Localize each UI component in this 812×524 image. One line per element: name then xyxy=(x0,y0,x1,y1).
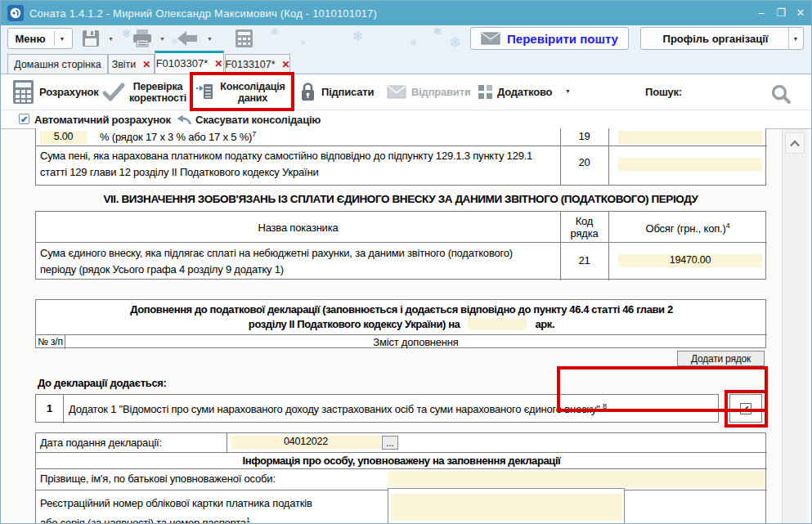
menu-button-label: Меню xyxy=(16,33,46,45)
cancel-consolidation-button[interactable]: Скасувати консолідацію xyxy=(195,114,321,126)
tab-close-icon[interactable]: ✕ xyxy=(142,59,150,70)
check-mail-button[interactable]: Перевірити пошту xyxy=(470,27,629,50)
supplement-header-line1: Доповнення до податкової декларації (зап… xyxy=(36,303,767,316)
calculator-icon xyxy=(235,29,253,48)
check-mail-label: Перевірити пошту xyxy=(507,32,618,46)
undo-arrow-icon xyxy=(176,114,192,126)
add-row-button[interactable]: Додати рядок xyxy=(677,351,765,366)
maximize-button[interactable]: ❐ xyxy=(773,7,789,20)
rate-field[interactable]: 5.00 xyxy=(40,131,87,144)
back-dropdown[interactable]: ▼ xyxy=(207,36,213,42)
extra-button[interactable]: Додатково xyxy=(497,86,552,98)
checkmark-icon xyxy=(102,83,125,102)
title-bar: Соната 1.4.1.2 - Мирний Олександр Максим… xyxy=(1,1,812,25)
printer-icon xyxy=(132,29,153,48)
date-browse-button[interactable]: ... xyxy=(382,436,398,450)
arrow-left-icon xyxy=(176,29,199,47)
snowflake-icon: ❄ xyxy=(433,25,442,38)
tab-reports[interactable]: Звіти ✕ xyxy=(108,54,155,74)
org-profile-label: Профіль організації xyxy=(663,33,769,45)
snowflake-icon: ❄ xyxy=(410,38,417,48)
attachment-row: 1 Додаток 1 "Відомості про суми нарахова… xyxy=(35,394,719,423)
envelope-icon xyxy=(387,85,406,99)
tab-home[interactable]: Домашня сторінка xyxy=(7,54,108,74)
check-icon: ✔ xyxy=(20,114,28,124)
scroll-up-button[interactable] xyxy=(785,132,805,154)
footer-table: Дата подання декларації: 04012022 ... Ін… xyxy=(35,432,766,524)
name-field[interactable] xyxy=(388,471,765,487)
id-field-cell xyxy=(388,488,625,524)
floppy-icon xyxy=(81,29,101,48)
app-logo-icon xyxy=(7,5,24,21)
tab-close-icon[interactable]: ✕ xyxy=(214,58,222,69)
id-field[interactable] xyxy=(391,494,622,521)
save-button[interactable] xyxy=(81,29,101,48)
row21-value-field[interactable]: 19470.00 xyxy=(618,254,762,267)
print-dropdown[interactable]: ▼ xyxy=(159,36,165,42)
name-label: Прізвище, ім'я, по батькові уповноважено… xyxy=(40,472,276,485)
row20-value-field[interactable] xyxy=(618,158,762,171)
chevron-down-icon: ▼ xyxy=(793,36,799,42)
check-icon: ✔ xyxy=(742,404,749,414)
sign-button[interactable]: Підписати xyxy=(321,86,374,98)
save-dropdown[interactable]: ▼ xyxy=(108,36,114,42)
send-button: Відправити xyxy=(411,86,471,98)
auto-calc-checkbox[interactable]: ✔ xyxy=(19,114,29,124)
consolidate-label[interactable]: Консолідація даних xyxy=(215,81,290,104)
snowflake-icon: ❄ xyxy=(122,27,132,40)
snowflake-icon: ❄ xyxy=(449,34,461,52)
consolidate-button[interactable] xyxy=(195,83,213,103)
form-area: 5.00 % (рядок 17 х 3 % або 17 х 5 %)7 19… xyxy=(1,129,812,524)
minimize-button[interactable]: – xyxy=(753,7,769,20)
tab-reports-label: Звіти xyxy=(112,59,137,70)
sheets-count-field[interactable] xyxy=(468,318,527,330)
vertical-scrollbar[interactable] xyxy=(782,129,808,524)
consolidate-icon xyxy=(195,83,213,100)
supplement-col-content: Зміст доповнення xyxy=(65,336,767,348)
snowflake-icon: ❄ xyxy=(271,26,279,38)
main-toolbar: ❄ ❄ ❄ ❄ ❄ ❄ ❄ ❄ ❄ ❄ ❄ Меню ▼ ▼ xyxy=(1,25,812,52)
calculator-button[interactable] xyxy=(235,29,253,48)
tab-close-icon[interactable]: ✕ xyxy=(282,59,290,70)
recalculate-label[interactable]: Розрахунок xyxy=(39,86,99,98)
validate-button[interactable]: Перевірка коректності xyxy=(125,81,191,104)
back-button[interactable] xyxy=(176,29,199,48)
search-icon[interactable] xyxy=(770,83,792,105)
section7-title: VII. ВИЗНАЧЕННЯ ЗОБОВ'ЯЗАНЬ ІЗ СПЛАТИ ЄД… xyxy=(35,193,766,205)
table-rows-19-20: 5.00 % (рядок 17 х 3 % або 17 х 5 %)7 19… xyxy=(35,128,766,186)
row21-text: Сума єдиного внеску, яка підлягає сплаті… xyxy=(40,245,513,278)
info-header: Інформація про особу, уповноважену на за… xyxy=(36,455,767,467)
tab-f0103307[interactable]: F0103307* ✕ xyxy=(155,51,224,74)
attachment-checkbox[interactable]: ✔ xyxy=(740,403,751,414)
org-profile-button[interactable]: Профіль організації xyxy=(640,27,804,50)
supplement-table: Доповнення до податкової декларації (зап… xyxy=(35,299,766,348)
tab-f0133107[interactable]: F0133107* ✕ xyxy=(225,54,290,74)
report-toolbar: Розрахунок Перевірка коректності Консолі… xyxy=(1,74,812,110)
recalculate-button[interactable] xyxy=(12,79,34,108)
envelope-icon xyxy=(481,32,500,45)
menu-button[interactable]: Меню ▼ xyxy=(7,28,73,49)
row19-text: % (рядок 17 х 3 % або 17 х 5 %)7 xyxy=(100,130,256,143)
id-label: Реєстраційний номер облікової картки пла… xyxy=(40,495,312,524)
grid-icon xyxy=(478,85,492,99)
attachments-label: До декларації додається: xyxy=(38,377,167,389)
col-name-header: Назва показника xyxy=(36,222,560,234)
window-title: Соната 1.4.1.2 - Мирний Олександр Максим… xyxy=(29,7,377,20)
extra-dropdown[interactable]: ▼ xyxy=(565,88,571,94)
snowflake-icon: ❄ xyxy=(352,29,363,44)
row20-code: 20 xyxy=(560,156,608,168)
row19-value-field[interactable] xyxy=(618,131,762,144)
org-profile-dropdown[interactable]: ▼ xyxy=(788,28,802,49)
auto-calc-label: Автоматичний розрахунок xyxy=(34,114,171,126)
date-field[interactable]: 04012022 xyxy=(231,436,380,450)
snowflake-icon: ❄ xyxy=(300,38,307,47)
close-button[interactable]: ✕ xyxy=(792,7,809,20)
attachment-num: 1 xyxy=(36,402,63,414)
lock-icon xyxy=(300,82,316,102)
validate-label-2: коректності xyxy=(125,92,191,104)
chevron-down-icon: ▼ xyxy=(60,36,65,42)
calculator-icon xyxy=(12,79,34,105)
date-label: Дата подання декларації: xyxy=(40,437,162,449)
print-button[interactable] xyxy=(132,29,153,48)
search-label: Пошук: xyxy=(645,86,682,98)
